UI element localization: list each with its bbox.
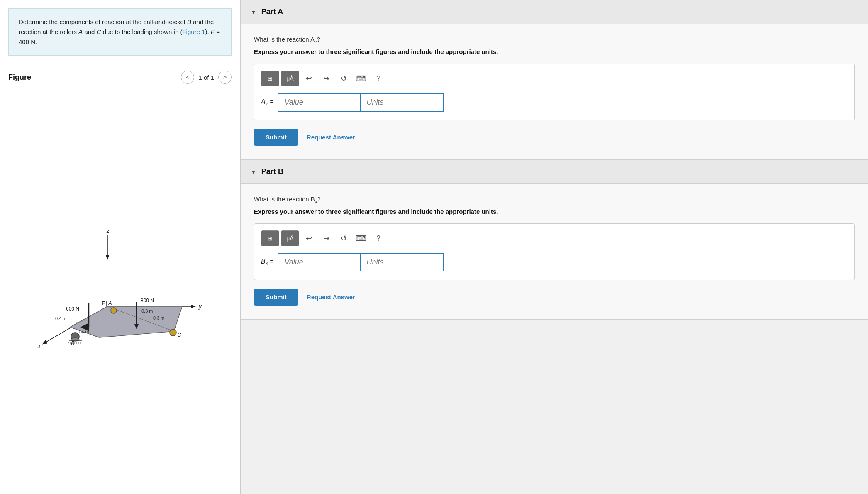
part-b-instruction: Express your answer to three significant… <box>254 208 855 215</box>
part-b-input-row: Bx = <box>261 253 848 271</box>
svg-text:0.3 m: 0.3 m <box>153 315 165 320</box>
mu-icon-b: μÅ <box>286 235 293 242</box>
help-icon: ? <box>376 74 380 83</box>
part-a-matrix-button[interactable]: ⊞ <box>261 71 279 86</box>
part-b-symbol-button[interactable]: μÅ <box>281 230 299 246</box>
undo-icon-b: ↩ <box>306 234 312 243</box>
part-b-input-label: Bx = <box>261 258 273 267</box>
next-figure-button[interactable]: > <box>218 71 232 84</box>
part-b-help-button[interactable]: ? <box>371 230 386 246</box>
part-a-undo-button[interactable]: ↩ <box>301 71 317 86</box>
prev-figure-button[interactable]: < <box>181 71 194 84</box>
figure-nav: < 1 of 1 > <box>181 71 232 84</box>
part-b-section: ▼ Part B What is the reaction Bx? Expres… <box>241 160 868 320</box>
refresh-icon: ↺ <box>341 74 347 83</box>
svg-text:C: C <box>177 332 181 338</box>
mu-icon: μÅ <box>286 75 293 82</box>
svg-point-26 <box>170 329 176 336</box>
part-b-request-answer-button[interactable]: Request Answer <box>307 293 355 301</box>
part-a-instruction: Express your answer to three significant… <box>254 48 855 55</box>
part-a-question: What is the reaction Az? <box>254 36 855 44</box>
refresh-icon-b: ↺ <box>341 234 347 243</box>
part-a-label: Part A <box>261 7 283 16</box>
part-a-value-input[interactable] <box>278 93 361 112</box>
part-a-arrow-icon: ▼ <box>251 9 256 15</box>
part-a-toolbar: ⊞ μÅ ↩ ↪ ↺ ⌨ <box>261 71 848 86</box>
figure-image-area: z y x F | <box>0 89 240 494</box>
keyboard-icon-b: ⌨ <box>356 234 366 243</box>
part-a-input-row: Az = <box>261 93 848 112</box>
figure-link[interactable]: Figure 1 <box>182 28 205 35</box>
svg-text:|: | <box>106 300 107 306</box>
matrix-icon: ⊞ <box>268 75 273 82</box>
redo-icon: ↪ <box>323 74 329 83</box>
part-a-request-answer-button[interactable]: Request Answer <box>307 134 355 141</box>
right-panel: ▼ Part A What is the reaction Az? Expres… <box>241 0 868 494</box>
problem-text: Determine the components of reaction at … <box>19 18 220 45</box>
part-b-matrix-button[interactable]: ⊞ <box>261 230 279 246</box>
part-b-value-input[interactable] <box>278 253 361 271</box>
part-a-header[interactable]: ▼ Part A <box>241 0 868 24</box>
svg-text:z: z <box>106 227 110 234</box>
variable-B: B <box>187 18 191 25</box>
part-a-units-input[interactable] <box>361 93 444 112</box>
part-a-refresh-button[interactable]: ↺ <box>336 71 351 86</box>
figure-page-label: 1 of 1 <box>198 74 214 81</box>
part-b-action-row: Submit Request Answer <box>254 289 855 306</box>
part-a-submit-button[interactable]: Submit <box>254 129 298 146</box>
keyboard-icon: ⌨ <box>356 74 366 83</box>
part-b-keyboard-button[interactable]: ⌨ <box>353 230 369 246</box>
part-b-content: What is the reaction Bx? Express your an… <box>241 184 868 320</box>
variable-A: A <box>78 28 83 35</box>
part-b-label: Part B <box>261 167 283 176</box>
variable-F: F <box>211 28 215 35</box>
part-a-section: ▼ Part A What is the reaction Az? Expres… <box>241 0 868 160</box>
part-a-action-row: Submit Request Answer <box>254 129 855 146</box>
matrix-icon-b: ⊞ <box>268 235 273 242</box>
svg-text:800 N: 800 N <box>141 298 154 303</box>
part-b-submit-button[interactable]: Submit <box>254 289 298 306</box>
variable-C: C <box>97 28 101 35</box>
svg-text:A: A <box>108 300 112 306</box>
part-a-symbol-button[interactable]: μÅ <box>281 71 299 86</box>
svg-point-27 <box>111 308 117 313</box>
part-b-question: What is the reaction Bx? <box>254 196 855 204</box>
undo-icon: ↩ <box>306 74 312 83</box>
part-b-units-input[interactable] <box>361 253 444 271</box>
svg-text:0.4 m: 0.4 m <box>55 316 67 321</box>
part-a-keyboard-button[interactable]: ⌨ <box>353 71 369 86</box>
part-b-arrow-icon: ▼ <box>251 169 256 175</box>
part-b-toolbar: ⊞ μÅ ↩ ↪ ↺ ⌨ <box>261 230 848 246</box>
part-a-redo-button[interactable]: ↪ <box>318 71 334 86</box>
left-panel: Determine the components of reaction at … <box>0 0 241 494</box>
part-b-header[interactable]: ▼ Part B <box>241 160 868 184</box>
figure-title: Figure <box>8 73 31 82</box>
svg-text:y: y <box>198 303 202 310</box>
part-b-refresh-button[interactable]: ↺ <box>336 230 351 246</box>
part-a-answer-box: ⊞ μÅ ↩ ↪ ↺ ⌨ <box>254 64 855 120</box>
problem-statement: Determine the components of reaction at … <box>8 8 232 56</box>
svg-text:0.3 m: 0.3 m <box>141 308 153 313</box>
redo-icon-b: ↪ <box>323 234 329 243</box>
svg-text:600 N: 600 N <box>66 306 79 312</box>
part-b-redo-button[interactable]: ↪ <box>318 230 334 246</box>
figure-header: Figure < 1 of 1 > <box>0 64 240 89</box>
part-a-input-label: Az = <box>261 98 273 107</box>
svg-text:0.4 m: 0.4 m <box>78 329 89 334</box>
svg-text:F: F <box>102 300 105 306</box>
part-a-content: What is the reaction Az? Express your an… <box>241 24 868 160</box>
part-b-answer-box: ⊞ μÅ ↩ ↪ ↺ ⌨ <box>254 223 855 280</box>
help-icon-b: ? <box>376 234 380 243</box>
part-a-help-button[interactable]: ? <box>371 71 386 86</box>
svg-text:x: x <box>37 342 41 349</box>
figure-diagram: z y x F | <box>24 225 215 358</box>
part-b-undo-button[interactable]: ↩ <box>301 230 317 246</box>
